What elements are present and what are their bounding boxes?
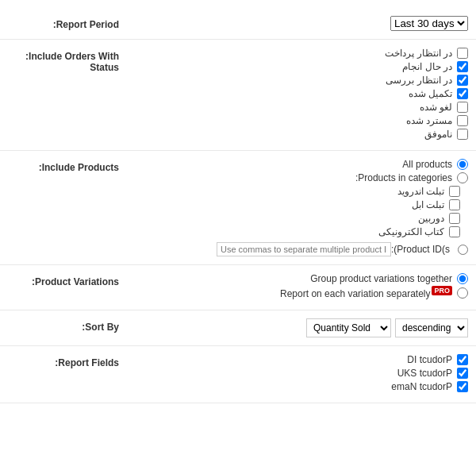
status-pending-payment-label: در انتظار پرداخت (385, 48, 452, 59)
sort-order-select[interactable]: descending ascending (395, 318, 468, 337)
field-product-id: Product ID (127, 354, 468, 365)
category-camera: دوربین (127, 213, 468, 224)
products-in-categories-radio[interactable] (457, 172, 468, 183)
separate-variations-label: Report on each variation separatelyPRO (280, 287, 452, 299)
separate-variations-option: Report on each variation separatelyPRO (127, 287, 468, 299)
products-in-categories-label: :Products in categories (355, 172, 452, 183)
all-products-radio[interactable] (457, 159, 468, 170)
field-product-id-label: Product ID (407, 354, 452, 365)
category-ebook: کتاب الکترونیکی (127, 226, 468, 237)
category-camera-checkbox[interactable] (449, 213, 460, 224)
product-id-label: :(Product ID(s (391, 244, 450, 255)
status-on-hold-checkbox[interactable] (457, 75, 468, 86)
include-products-content: All products :Products in categories تبل… (127, 159, 476, 256)
status-completed: تکمیل شده (127, 88, 468, 99)
page-container: :Report Period Last 30 days Last 7 days … (0, 0, 476, 411)
status-failed: ناموفق (127, 129, 468, 140)
category-camera-label: دوربین (418, 213, 444, 224)
status-cancelled-label: لغو شده (420, 102, 452, 113)
category-apple-tablet: تبلت ابل (127, 199, 468, 210)
status-on-hold: در انتظار بررسی (127, 75, 468, 86)
all-products-option: All products (127, 159, 468, 170)
field-product-name-label: Product Name (391, 381, 452, 392)
category-android-tablet: تبلت اندروید (127, 186, 468, 197)
status-pending-payment: در انتظار پرداخت (127, 48, 468, 59)
report-fields-label: :Report Fields (0, 354, 127, 368)
include-orders-label: :Include Orders With Status (0, 48, 127, 73)
status-refunded-label: مسترد شده (406, 115, 452, 126)
include-orders-content: در انتظار پرداخت در حال انجام در انتظار … (127, 48, 476, 142)
sort-by-row: :Sort By Quantity Sold Product Name Prod… (0, 310, 476, 346)
sort-by-content: Quantity Sold Product Name Product ID Re… (127, 318, 476, 337)
status-failed-checkbox[interactable] (457, 129, 468, 140)
product-variations-content: Group product variations together Report… (127, 273, 476, 302)
group-variations-label: Group product variations together (310, 273, 452, 284)
sort-by-label: :Sort By (0, 318, 127, 333)
all-products-label: All products (402, 159, 452, 170)
sort-field-select[interactable]: Quantity Sold Product Name Product ID Re… (306, 318, 391, 337)
product-variations-label: :Product Variations (0, 273, 127, 287)
group-variations-option: Group product variations together (127, 273, 468, 284)
field-product-sku: Product SKU (127, 368, 468, 379)
status-failed-label: ناموفق (424, 129, 452, 140)
category-ebook-checkbox[interactable] (449, 226, 460, 237)
status-processing-checkbox[interactable] (457, 61, 468, 72)
category-apple-tablet-label: تبلت ابل (412, 199, 444, 210)
status-on-hold-label: در انتظار بررسی (386, 75, 452, 86)
status-processing-label: در حال انجام (402, 61, 452, 72)
field-product-sku-label: Product SKU (397, 368, 452, 379)
report-fields-row: :Report Fields Product ID Product SKU Pr… (0, 346, 476, 403)
separate-variations-radio[interactable] (457, 287, 468, 299)
category-android-tablet-label: تبلت اندروید (397, 186, 444, 197)
status-pending-payment-checkbox[interactable] (457, 48, 468, 59)
pro-badge: PRO (432, 286, 452, 295)
include-products-row: :Include Products All products :Products… (0, 151, 476, 265)
category-android-tablet-checkbox[interactable] (449, 186, 460, 197)
product-id-input[interactable] (217, 242, 391, 256)
field-product-name-checkbox[interactable] (457, 381, 468, 392)
report-fields-content: Product ID Product SKU Product Name (127, 354, 476, 395)
field-product-name: Product Name (127, 381, 468, 392)
status-processing: در حال انجام (127, 61, 468, 72)
include-orders-row: :Include Orders With Status در انتظار پر… (0, 40, 476, 151)
status-refunded: مسترد شده (127, 115, 468, 126)
field-product-sku-checkbox[interactable] (457, 368, 468, 379)
status-cancelled: لغو شده (127, 102, 468, 113)
category-apple-tablet-checkbox[interactable] (449, 199, 460, 210)
sort-controls: Quantity Sold Product Name Product ID Re… (127, 318, 468, 337)
field-product-id-checkbox[interactable] (457, 354, 468, 365)
report-period-select[interactable]: Last 30 days Last 7 days This Month Last… (390, 16, 468, 31)
product-id-option: :(Product ID(s (127, 242, 468, 256)
group-variations-radio[interactable] (457, 273, 468, 284)
include-products-label: :Include Products (0, 159, 127, 173)
product-variations-row: :Product Variations Group product variat… (0, 265, 476, 310)
product-id-radio[interactable] (458, 245, 468, 255)
products-in-categories-option: :Products in categories (127, 172, 468, 183)
report-period-label: :Report Period (0, 16, 127, 30)
status-completed-checkbox[interactable] (457, 88, 468, 99)
status-refunded-checkbox[interactable] (457, 115, 468, 126)
report-period-row: :Report Period Last 30 days Last 7 days … (0, 8, 476, 40)
report-period-content: Last 30 days Last 7 days This Month Last… (127, 16, 476, 31)
status-cancelled-checkbox[interactable] (457, 102, 468, 113)
status-completed-label: تکمیل شده (409, 88, 452, 99)
category-ebook-label: کتاب الکترونیکی (378, 226, 444, 237)
